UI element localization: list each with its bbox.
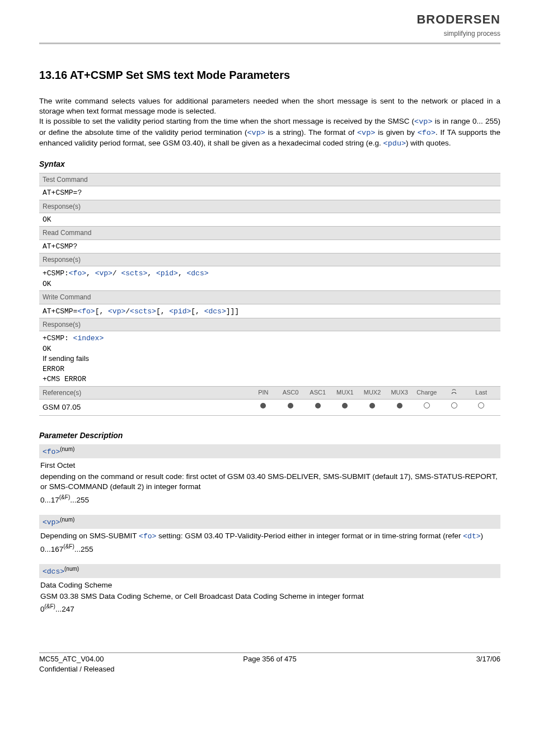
dot-charge (424, 403, 430, 410)
reference-header-row: Reference(s) PIN ASC0 ASC1 MUX1 MUX2 MUX… (39, 387, 500, 400)
dot-mux3 (397, 403, 402, 410)
param-fo-tag: <fo> (43, 448, 60, 456)
test-command-value: AT+CSMP=? (39, 186, 500, 200)
write-cmd-dcs: <dcs> (204, 307, 226, 316)
intro-text-2c: is a string). The format of (265, 128, 357, 137)
write-response-header: Response(s) (39, 318, 500, 331)
reference-label: Reference(s) (43, 388, 250, 397)
footer-left: MC55_ATC_V04.00 Confidential / Released (39, 654, 193, 674)
footer-doc-id: MC55_ATC_V04.00 (39, 655, 104, 663)
intro-block: The write command selects values for add… (39, 96, 500, 149)
header-divider (39, 43, 500, 44)
intro-paragraph: The write command selects values for add… (39, 96, 500, 149)
write-command-value: AT+CSMP=<fo>[, <vp>/<scts>[, <pid>[, <dc… (39, 304, 500, 319)
write-command-header: Write Command (39, 291, 500, 304)
read-command-header: Read Command (39, 227, 500, 240)
write-resp-cms: +CMS ERROR (43, 375, 86, 383)
read-response-header: Response(s) (39, 253, 500, 266)
footer-date: 3/17/06 (346, 654, 500, 674)
param-dcs-body: Data Coding Scheme GSM 03.38 SMS Data Co… (39, 578, 500, 621)
intro-text-2a: It is possible to set the validity perio… (39, 117, 414, 125)
write-cmd-pid: <pid> (169, 307, 191, 316)
logo-text: BRODERSEN (416, 11, 500, 28)
reference-dots (250, 402, 497, 412)
read-resp-fo: <fo> (69, 269, 86, 278)
dot-pin (260, 403, 266, 410)
param-vp-tag: <vp> (43, 519, 60, 527)
read-response-value: +CSMP:<fo>, <vp>/ <scts>, <pid>, <dcs> O… (39, 266, 500, 291)
write-cmd-vp: <vp> (108, 307, 125, 316)
write-response-value: +CSMP: <index> OK If sending fails ERROR… (39, 331, 500, 387)
write-resp-ok: OK (43, 345, 51, 353)
read-resp-prefix: +CSMP: (43, 269, 69, 278)
col-mux1: MUX1 (331, 388, 359, 397)
write-resp-index: <index> (73, 334, 104, 342)
intro-text-2d: is given by (375, 128, 417, 137)
param-fo-title: First Octet (40, 461, 499, 471)
reference-value-row: GSM 07.05 (39, 400, 500, 416)
param-dcs-tag: <dcs> (43, 568, 64, 576)
page-title: 13.16 AT+CSMP Set SMS text Mode Paramete… (39, 68, 500, 83)
write-cmd-fo: <fo> (77, 307, 95, 316)
page-footer: MC55_ATC_V04.00 Confidential / Released … (39, 653, 500, 674)
code-vp-2: <vp> (247, 129, 265, 137)
param-vp-range: 0...167(&F)...255 (40, 543, 499, 555)
dot-ring (451, 403, 457, 410)
reference-value: GSM 07.05 (43, 402, 250, 412)
param-vp-label: <vp>(num) (39, 515, 500, 529)
dot-asc0 (288, 403, 293, 410)
col-ring-icon (441, 388, 468, 397)
read-resp-scts: <scts> (121, 269, 147, 278)
write-resp-error: ERROR (43, 365, 64, 373)
col-last: Last (467, 388, 495, 397)
param-vp-body: Depending on SMS-SUBMIT <fo> setting: GS… (39, 529, 500, 561)
param-dcs-range: 0(&F)...247 (40, 603, 499, 614)
param-fo-body: First Octet depending on the command or … (39, 458, 500, 511)
dot-mux2 (369, 403, 375, 410)
code-vp-1: <vp> (414, 118, 432, 126)
param-dcs-title: Data Coding Scheme (40, 580, 499, 590)
dot-last (478, 403, 484, 410)
code-vp-3: <vp> (357, 129, 375, 137)
read-command-value: AT+CSMP? (39, 240, 500, 254)
code-fo-1: <fo> (418, 129, 435, 137)
code-pdu: <pdu> (383, 139, 406, 148)
col-asc0: ASC0 (277, 388, 305, 397)
write-resp-fail: If sending fails (43, 354, 89, 363)
intro-text-2f: ) with quotes. (406, 139, 451, 147)
col-asc1: ASC1 (304, 388, 331, 397)
page-header: BRODERSEN simplifying process (39, 11, 500, 38)
param-dcs-sup: (num) (64, 566, 79, 572)
syntax-heading: Syntax (39, 159, 500, 170)
param-vp-desc: Depending on SMS-SUBMIT <fo> setting: GS… (40, 531, 499, 542)
dot-asc1 (315, 403, 321, 410)
test-response-value: OK (39, 213, 500, 227)
syntax-table: Test Command AT+CSMP=? Response(s) OK Re… (39, 173, 500, 416)
param-fo-label: <fo>(num) (39, 444, 500, 458)
param-fo-sup: (num) (60, 446, 74, 452)
param-dcs-desc: GSM 03.38 SMS Data Coding Scheme, or Cel… (40, 591, 499, 602)
read-resp-ok: OK (43, 280, 51, 288)
footer-confidential: Confidential / Released (39, 665, 114, 673)
col-charge: Charge (413, 388, 441, 397)
read-resp-vp: <vp> (95, 269, 113, 278)
write-cmd-prefix: AT+CSMP= (43, 307, 77, 316)
param-fo-desc: depending on the command or result code:… (40, 472, 499, 492)
col-pin: PIN (250, 388, 277, 397)
read-resp-dcs: <dcs> (187, 269, 209, 278)
test-command-header: Test Command (39, 173, 500, 186)
param-dcs-label: <dcs>(num) (39, 564, 500, 578)
reference-columns: PIN ASC0 ASC1 MUX1 MUX2 MUX3 Charge Last (250, 388, 497, 397)
col-mux2: MUX2 (359, 388, 386, 397)
param-heading: Parameter Description (39, 430, 500, 441)
col-mux3: MUX3 (386, 388, 413, 397)
param-fo-range: 0...17(&F)...255 (40, 494, 499, 505)
logo-block: BRODERSEN simplifying process (416, 11, 500, 38)
footer-page: Page 356 of 475 (193, 654, 347, 674)
dot-mux1 (342, 403, 348, 410)
write-resp-prefix: +CSMP: (43, 334, 73, 342)
read-resp-pid: <pid> (156, 269, 178, 278)
intro-text-1: The write command selects values for add… (39, 97, 500, 115)
logo-tagline: simplifying process (416, 29, 500, 38)
param-vp-sup: (num) (60, 516, 74, 523)
